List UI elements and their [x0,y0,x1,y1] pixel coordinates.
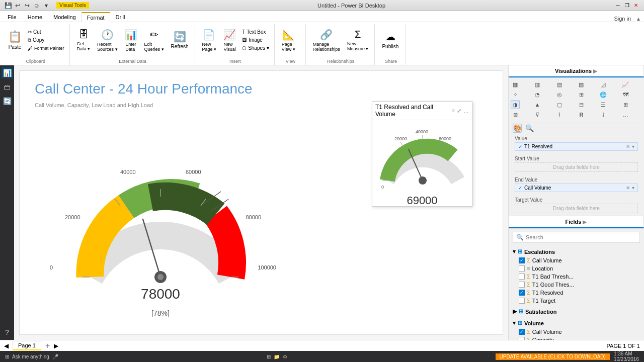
viz-icon-table[interactable]: ⊞ [621,100,630,109]
tab-format[interactable]: Format [82,12,110,22]
update-available-button[interactable]: UPDATE AVAILABLE (CLICK TO DOWNLOAD) [496,353,610,360]
field-check-escal-t1good[interactable] [519,282,525,288]
cut-button[interactable]: ✂ Cut [26,28,66,36]
viz-icon-line[interactable]: 📈 [621,80,630,89]
field-escalations-t1resolved[interactable]: ✓ Σ T1 Resolved [509,289,644,297]
format-icon[interactable]: 🎨 [513,124,522,133]
taskbar-icon-2[interactable]: 📁 [274,354,280,359]
fields-tab[interactable]: Fields ▶ [509,216,644,228]
field-volume-call-volume[interactable]: ✓ Σ Call Volume [509,328,644,336]
textbox-button[interactable]: T Text Box [240,28,271,36]
value-field-dropdown[interactable]: ▾ [632,144,634,149]
field-check-escal-t1resolved[interactable]: ✓ [519,290,525,296]
viz-tab-expand[interactable]: ▶ [593,68,597,74]
edit-queries-button[interactable]: ✏ EditQueries ▾ [141,27,167,54]
analytics-icon[interactable]: 🔍 [525,124,534,133]
undo-icon[interactable]: ↩ [14,2,22,10]
viz-icon-card[interactable]: ▢ [555,100,564,109]
viz-icon-kpi[interactable]: ▲ [533,100,542,109]
field-check-escal-t1target[interactable] [519,298,525,304]
collapse-ribbon-icon[interactable]: ▲ [636,16,644,22]
recent-sources-button[interactable]: 🕐 RecentSources ▾ [94,27,121,54]
field-escalations-location[interactable]: ≡ Location [509,264,644,273]
viz-icon-scatter[interactable]: ⁘ [511,90,520,99]
viz-icon-pie[interactable]: ◔ [533,90,542,99]
mini-gauge-menu-icon[interactable]: ≡ [452,108,455,114]
viz-icon-multi-row[interactable]: ⊟ [577,100,586,109]
viz-icon-100pct-bar[interactable]: ▤ [555,80,564,89]
viz-icon-treemap[interactable]: ⊞ [577,90,586,99]
shapes-button[interactable]: ⬡ Shapes ▾ [240,44,271,52]
redo-icon[interactable]: ↪ [23,2,31,10]
viz-icon-stacked-bar[interactable]: ▦ [511,80,520,89]
enter-data-button[interactable]: 📊 EnterData [122,27,140,54]
field-escalations-t1bad[interactable]: Σ T1 Bad Thresh... [509,273,644,281]
viz-icon-r[interactable]: R [577,110,586,119]
fields-search-input[interactable] [526,234,636,240]
canvas-inner[interactable]: Call Center - 24 Hour Performance Call V… [19,70,503,335]
ask-me-label[interactable]: Ask me anything [12,354,49,359]
viz-icon-donut[interactable]: ◎ [555,90,564,99]
tab-drill[interactable]: Drill [110,12,131,22]
sidebar-model-icon[interactable]: 🔄 [2,96,13,107]
field-check-vol-capacity[interactable] [519,337,525,340]
sidebar-data-icon[interactable]: 🗃 [2,81,13,93]
add-page-button[interactable]: + [45,341,50,350]
field-check-vol-callvol[interactable]: ✓ [519,329,525,335]
field-escalations-call-volume[interactable]: ✓ Σ Call Volume [509,256,644,264]
prev-page-button[interactable]: ◀ [4,342,9,349]
page-view-button[interactable]: 📐 PageView ▾ [279,27,298,54]
refresh-button[interactable]: 🔄 Refresh [168,29,192,51]
fields-search-box[interactable]: 🔍 [513,232,640,243]
new-measure-button[interactable]: Σ NewMeasure ▾ [344,27,372,53]
viz-icon-more[interactable]: … [621,110,630,119]
new-visual-button[interactable]: 📈 NewVisual [220,27,239,54]
end-field-dropdown[interactable]: ▾ [632,185,634,191]
field-check-escal-callvol[interactable]: ✓ [519,257,525,263]
copy-button[interactable]: ⧉ Copy [26,36,66,44]
tab-home[interactable]: Home [22,12,48,22]
viz-icon-funnel[interactable]: ⊽ [533,110,542,119]
end-field-remove[interactable]: ✕ [626,185,630,191]
smiley-icon[interactable]: ☺ [33,2,41,10]
viz-icon-cluster-bar[interactable]: ▥ [533,80,542,89]
mini-gauge[interactable]: T1 Resolved and Call Volume ≡ ⤢ … [372,101,472,207]
satisfaction-header[interactable]: ▶ ⊞ Satisfaction [509,307,644,316]
viz-icon-map[interactable]: 🌐 [599,90,608,99]
close-button[interactable]: ✕ [632,2,640,10]
field-escalations-t1target[interactable]: Σ T1 Target [509,297,644,305]
image-button[interactable]: 🖼 Image [240,36,271,44]
viz-icon-custom[interactable]: ⭳ [599,110,608,119]
new-page-button[interactable]: 📄 NewPage ▾ [199,27,220,54]
field-check-escal-t1bad[interactable] [519,274,525,280]
tab-modeling[interactable]: Modeling [48,12,82,22]
fields-tab-expand[interactable]: ▶ [583,219,587,225]
publish-button[interactable]: ☁ Publish [379,29,401,51]
field-check-escal-location[interactable] [519,265,525,272]
mini-gauge-more-icon[interactable]: … [463,108,469,114]
value-field-remove[interactable]: ✕ [626,144,630,149]
viz-icon-area[interactable]: ◿ [599,80,608,89]
field-volume-capacity[interactable]: Σ Capacity [509,336,644,340]
field-escalations-t1good[interactable]: Σ T1 Good Thres... [509,281,644,289]
dropdown-icon[interactable]: ▾ [42,2,50,10]
viz-icon-bar-h[interactable]: ▧ [577,80,586,89]
get-data-button[interactable]: 🗄 GetData ▾ [74,27,94,53]
page-1-tab[interactable]: Page 1 [13,341,41,350]
minimize-button[interactable]: ─ [614,2,622,10]
manage-relationships-button[interactable]: 🔗 ManageRelationships [310,27,343,54]
main-gauge[interactable]: 0 20000 40000 60000 80000 100000 78000 [… [50,141,271,332]
visualizations-tab[interactable]: Visualizations ▶ [509,65,644,77]
next-page-button[interactable]: ▶ [54,342,58,349]
paste-button[interactable]: 📋 Paste [5,28,25,52]
taskbar-icon-1[interactable]: ⊞ [267,354,271,359]
viz-icon-gauge[interactable]: ◑ [511,100,520,109]
save-icon[interactable]: 💾 [4,2,12,10]
tab-file[interactable]: File [2,12,22,22]
viz-icon-filled-map[interactable]: 🗺 [621,90,630,99]
viz-icon-matrix[interactable]: ⊠ [511,110,520,119]
mini-gauge-expand-icon[interactable]: ⤢ [457,108,461,114]
restore-button[interactable]: ❐ [623,2,631,10]
format-painter-button[interactable]: 🖌 Format Painter [26,45,66,52]
taskbar-icon-3[interactable]: ⚙ [283,354,287,359]
